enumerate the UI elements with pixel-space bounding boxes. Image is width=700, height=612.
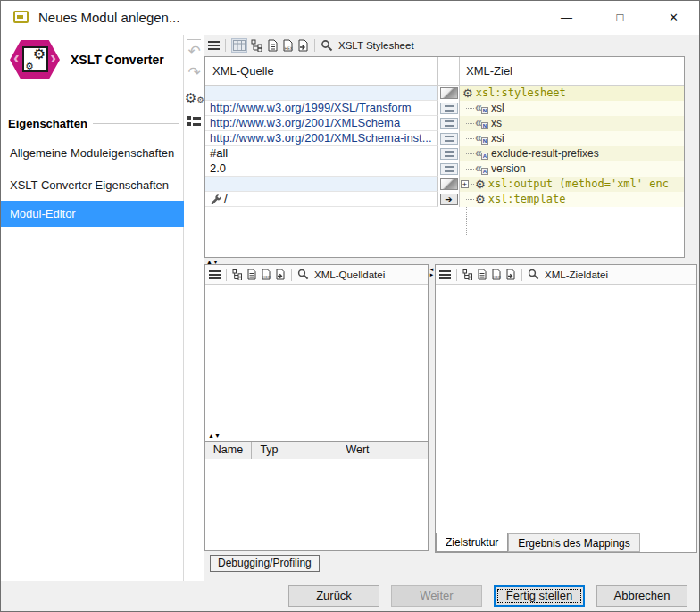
source-cell[interactable]: #all (205, 146, 438, 161)
logo-right-chevron-icon: › (50, 47, 56, 68)
menu-icon[interactable] (439, 269, 451, 281)
equals-mapping-button[interactable] (440, 133, 458, 145)
section-heading-rule (93, 123, 179, 124)
column-header-typ[interactable]: Typ (252, 442, 288, 459)
element-gear-icon: ⚙ (475, 193, 486, 206)
source-cell[interactable] (205, 177, 438, 192)
cancel-button[interactable]: Abbrechen (596, 585, 688, 607)
edit-mapping-button[interactable] (440, 178, 458, 190)
tree-node-label: xsi (491, 131, 504, 146)
mapping-row: ⚙ xsl:stylesheet (205, 86, 684, 101)
wizard-footer: Zurück Weiter Fertig stellen Abbrechen (1, 581, 699, 611)
tree-view-icon[interactable] (251, 39, 263, 52)
tree-node-xs[interactable]: «N xs (460, 116, 684, 131)
vertical-splitter-handle[interactable]: ◂▸ (429, 267, 435, 277)
mapping-header: XML-Quelle XML-Ziel (205, 57, 684, 86)
target-file-search-label: XML-Zieldatei (545, 269, 608, 280)
namespace-icon: «N (475, 103, 488, 114)
menu-icon[interactable] (209, 269, 221, 281)
menu-icon[interactable] (208, 39, 220, 52)
equals-mapping-button[interactable] (440, 148, 458, 160)
map-arrow-button[interactable]: ➔ (440, 194, 458, 205)
tree-node-xsl-template[interactable]: ⚙ xsl:template (460, 192, 684, 207)
tree-node-label: version (491, 161, 526, 177)
mapping-row: http://www.w3.org/2001/XMLSchema «N xs (205, 116, 684, 131)
list-view-icon[interactable] (185, 113, 204, 126)
source-cell[interactable] (205, 86, 438, 101)
expand-node-icon[interactable]: + (461, 180, 469, 188)
equals-mapping-button[interactable] (440, 163, 458, 175)
tab-zielstruktur[interactable]: Zielstruktur (436, 533, 508, 552)
hex-view-icon[interactable]: HEX (282, 39, 294, 52)
undo-icon[interactable]: ↶ (185, 42, 204, 60)
dialog-window: Neues Modul anlegen... — □ ✕ ‹ › ⚙⚙ XSLT… (0, 0, 700, 612)
tree-node-label: xs (491, 116, 502, 131)
redo-icon[interactable]: ↷ (185, 63, 204, 81)
export-document-icon[interactable] (297, 39, 309, 52)
text-view-icon[interactable] (267, 39, 279, 52)
minimize-button[interactable]: — (546, 1, 588, 35)
sidebar-item-modul-editor[interactable]: Modul-Editor (1, 201, 184, 227)
search-icon[interactable] (297, 269, 309, 280)
tree-node-xsl-stylesheet[interactable]: ⚙ xsl:stylesheet (460, 86, 684, 101)
debugging-profiling-button[interactable]: Debugging/Profiling (210, 555, 320, 572)
wrench-icon (210, 194, 221, 204)
toolbar-separator (521, 269, 522, 281)
hex-view-icon[interactable]: HEX (261, 269, 271, 280)
back-button[interactable]: Zurück (288, 585, 379, 607)
source-cell[interactable]: http://www.w3.org/1999/XSL/Transform (205, 101, 438, 116)
tree-node-version[interactable]: «A version (460, 161, 684, 177)
toolbar-separator (188, 87, 201, 87)
mapping-row: http://www.w3.org/1999/XSL/Transform «N … (205, 101, 684, 116)
namespace-icon: «N (475, 118, 488, 129)
finish-button[interactable]: Fertig stellen (494, 585, 585, 607)
properties-section-heading: Eigenschaften (8, 117, 179, 130)
equals-mapping-button[interactable] (440, 118, 458, 129)
text-view-icon[interactable] (246, 269, 257, 280)
column-header-wert[interactable]: Wert (288, 442, 428, 459)
tree-view-icon[interactable] (232, 269, 243, 280)
variables-splitter-handle[interactable]: ▲▼ (208, 433, 221, 439)
search-icon[interactable] (321, 39, 333, 52)
editor-vertical-toolbar: ↶ ↷ ⚙⚙ (184, 35, 204, 581)
source-cell[interactable]: / (205, 192, 438, 207)
toolbar-separator (225, 39, 226, 52)
target-tabs: Zielstruktur Ergebnis des Mappings (436, 533, 696, 552)
svg-text:HEX: HEX (493, 275, 501, 279)
source-cell[interactable]: 2.0 (205, 161, 438, 177)
stylesheet-search-label: XSLT Stylesheet (338, 40, 414, 51)
settings-gears-icon[interactable]: ⚙⚙ (185, 90, 204, 106)
edit-mapping-button[interactable] (440, 87, 458, 99)
column-header-name[interactable]: Name (205, 442, 252, 459)
text-view-icon[interactable] (477, 269, 488, 280)
attribute-icon: «A (475, 163, 488, 175)
sidebar: ‹ › ⚙⚙ XSLT Converter Eigenschaften Allg… (1, 35, 184, 581)
export-document-icon[interactable] (505, 269, 516, 280)
grid-view-icon[interactable] (231, 38, 247, 53)
next-button[interactable]: Weiter (391, 585, 482, 607)
toolbar-separator (226, 269, 227, 281)
equals-mapping-button[interactable] (440, 103, 458, 114)
mapping-row: #all «A exclude-result-prefixes (205, 146, 684, 161)
source-column-header: XML-Quelle (205, 57, 438, 85)
sidebar-item-allgemeine-moduleigenschaften[interactable]: Allgemeine Moduleigenschaften (1, 142, 184, 165)
close-button[interactable]: ✕ (653, 1, 695, 35)
target-file-toolbar: HEX XML-Zieldatei (436, 265, 696, 285)
tree-node-exclude-result-prefixes[interactable]: «A exclude-result-prefixes (460, 146, 684, 161)
source-cell[interactable]: http://www.w3.org/2001/XMLSchema-inst... (205, 131, 438, 146)
variables-table: Name Typ Wert (204, 441, 429, 551)
search-icon[interactable] (528, 269, 539, 280)
tab-ergebnis-des-mappings[interactable]: Ergebnis des Mappings (508, 533, 639, 552)
mapping-rows: ⚙ xsl:stylesheet http://www.w3.org/1999/… (205, 86, 684, 207)
target-file-content[interactable] (436, 285, 696, 533)
sidebar-item-xslt-converter-eigenschaften[interactable]: XSLT Converter Eigenschaften (1, 174, 184, 197)
maximize-button[interactable]: □ (599, 1, 641, 35)
tree-view-icon[interactable] (462, 269, 473, 280)
tree-node-xsl[interactable]: «N xsl (460, 101, 684, 116)
export-document-icon[interactable] (275, 269, 286, 280)
tree-node-xsl-output[interactable]: + ⚙ xsl:output (method='xml' enc (460, 177, 684, 192)
source-cell[interactable]: http://www.w3.org/2001/XMLSchema (205, 116, 438, 131)
tree-node-xsi[interactable]: «N xsi (460, 131, 684, 146)
hex-view-icon[interactable]: HEX (491, 269, 502, 280)
mapping-row: 2.0 «A version (205, 161, 684, 177)
